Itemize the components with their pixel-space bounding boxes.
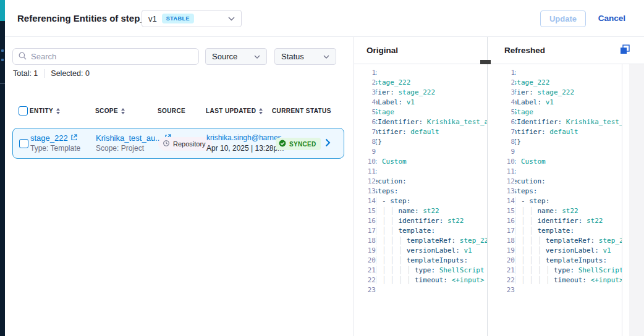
code-line: 6 projectIdentifier: Krishika_test_aut xyxy=(354,117,487,127)
code-line: 23 xyxy=(354,285,487,295)
version-selector[interactable]: v1 STABLE xyxy=(142,10,242,27)
code-line: 5 type: Stage xyxy=(354,107,487,117)
entity-cell: stage_222 Type: Template xyxy=(30,133,80,154)
code-line: 5 type: Stage xyxy=(488,107,622,117)
code-line: 19│ │ │ │ │ │ │ │ versionLabel: v1 xyxy=(488,246,622,256)
check-circle-icon xyxy=(279,140,286,148)
code-line: 13│ │ │ │ steps: xyxy=(354,187,487,196)
version-label: v1 xyxy=(148,14,157,23)
refreshed-panel: Refreshed 1template:2 name: stage_2223 i… xyxy=(488,37,644,336)
search-input[interactable] xyxy=(31,52,193,61)
code-line: 15│ │ │ │ │ │ │ name: st22 xyxy=(488,206,622,216)
chevron-down-icon xyxy=(323,55,329,59)
table-header: ENTITY SCOPE SOURCE LAST UPDATED CURRENT… xyxy=(5,105,354,120)
status-filter-dropdown[interactable]: Status xyxy=(274,48,336,65)
table-row[interactable]: stage_222 Type: Template Krishika_test_a… xyxy=(12,128,344,159)
referencing-entities-modal: Referencing Entities of step_222 v1 STAB… xyxy=(0,0,644,336)
status-badge: SYNCED xyxy=(276,138,321,150)
code-line: 10│ │ type: Custom xyxy=(488,157,622,167)
row-checkbox[interactable] xyxy=(19,139,28,148)
code-line: 14│ │ │ │ │ - step: xyxy=(354,196,487,206)
editor-scroll-gutter[interactable] xyxy=(629,64,644,336)
referencing-entities-list-pane: Source Status Total: 1 Selected: 0 xyxy=(5,37,354,336)
code-line: 9 spec: xyxy=(488,147,622,157)
yaml-diff-pane: Original 1template:2 name: stage_2223 id… xyxy=(354,37,644,336)
code-line: 17│ │ │ │ │ │ │ template: xyxy=(488,226,622,236)
select-all-checkbox[interactable] xyxy=(19,106,28,116)
code-line: 20│ │ │ │ │ │ │ │ templateInputs: xyxy=(488,256,622,266)
code-line: 14│ │ │ │ │ - step: xyxy=(488,196,622,206)
code-line: 4 versionLabel: v1 xyxy=(354,98,487,107)
code-line: 11│ │ spec: xyxy=(488,167,622,177)
sort-icon[interactable] xyxy=(259,108,263,114)
code-line: 2 name: stage_222 xyxy=(354,78,487,88)
code-line: 12│ │ │ execution: xyxy=(354,177,487,187)
result-counts: Total: 1 Selected: 0 xyxy=(13,69,90,78)
code-line: 9 spec: xyxy=(354,147,487,157)
code-line: 11│ │ spec: xyxy=(354,167,487,177)
sort-icon[interactable] xyxy=(56,108,60,114)
code-line: 23 xyxy=(488,285,622,295)
repository-icon xyxy=(163,140,170,148)
code-line: 21│ │ │ │ │ │ │ │ │ type: ShellScript xyxy=(354,266,487,275)
refreshed-panel-header: Refreshed xyxy=(488,37,644,64)
chevron-down-icon xyxy=(254,55,260,59)
code-line: 10│ │ type: Custom xyxy=(354,157,487,167)
sort-icon[interactable] xyxy=(121,108,125,114)
code-line: 20│ │ │ │ │ │ │ │ templateInputs: xyxy=(354,256,487,266)
copy-icon[interactable] xyxy=(619,44,630,55)
refreshed-code-editor[interactable]: 1template:2 name: stage_2223 identifier:… xyxy=(488,64,622,336)
search-icon xyxy=(19,51,27,62)
code-line: 3 identifier: stage_222 xyxy=(488,88,622,98)
source-badge: Repository xyxy=(158,137,212,151)
divider xyxy=(44,69,44,78)
code-line: 7 orgIdentifier: default xyxy=(488,127,622,137)
original-panel-header: Original xyxy=(354,37,487,64)
code-line: 16│ │ │ │ │ │ │ identifier: st22 xyxy=(488,216,622,226)
status-filter-label: Status xyxy=(281,52,304,61)
column-header-last-updated[interactable]: LAST UPDATED xyxy=(206,107,263,114)
refreshed-title: Refreshed xyxy=(504,46,545,55)
source-filter-dropdown[interactable]: Source xyxy=(205,48,267,65)
stable-badge: STABLE xyxy=(162,14,194,23)
code-line: 6 projectIdentifier: Krishika_test_aut xyxy=(488,117,622,127)
original-code-editor[interactable]: 1template:2 name: stage_2223 identifier:… xyxy=(354,64,487,336)
column-header-entity[interactable]: ENTITY xyxy=(30,107,60,114)
original-panel: Original 1template:2 name: stage_2223 id… xyxy=(354,37,488,336)
chevron-down-icon xyxy=(228,17,235,21)
scrollbar-thumb[interactable] xyxy=(480,60,491,64)
cancel-button[interactable]: Cancel xyxy=(598,14,625,23)
selected-count: Selected: 0 xyxy=(51,69,90,78)
app-nav-sliver xyxy=(0,0,5,336)
nav-glyph xyxy=(1,59,4,61)
code-line: 1template: xyxy=(354,68,487,78)
code-line: 12│ │ │ execution: xyxy=(488,177,622,187)
code-line: 3 identifier: stage_222 xyxy=(354,88,487,98)
code-line: 16│ │ │ │ │ │ │ identifier: st22 xyxy=(354,216,487,226)
nav-teal-accent xyxy=(0,0,5,21)
code-line: 18│ │ │ │ │ │ │ │ templateRef: step_222 xyxy=(488,236,622,246)
update-button[interactable]: Update xyxy=(540,10,586,27)
code-line: 4 versionLabel: v1 xyxy=(488,98,622,107)
code-line: 22│ │ │ │ │ │ │ │ │ timeout: <+input> xyxy=(488,275,622,285)
nav-divider xyxy=(0,83,5,84)
code-line: 1template: xyxy=(488,68,622,78)
code-line: 19│ │ │ │ │ │ │ │ versionLabel: v1 xyxy=(354,246,487,256)
code-line: 22│ │ │ │ │ │ │ │ │ timeout: <+input> xyxy=(354,275,487,285)
entity-type: Type: Template xyxy=(30,143,80,154)
chevron-right-icon[interactable] xyxy=(325,138,331,149)
code-line: 17│ │ │ │ │ │ │ template: xyxy=(354,226,487,236)
page-title: Referencing Entities of step_222 xyxy=(17,13,161,23)
code-line: 15│ │ │ │ │ │ │ name: st22 xyxy=(354,206,487,216)
code-line: 8 tags: {} xyxy=(488,137,622,147)
modal-surface: Referencing Entities of step_222 v1 STAB… xyxy=(5,0,644,336)
code-line: 13│ │ │ │ steps: xyxy=(488,187,622,196)
entity-link[interactable]: stage_222 xyxy=(30,133,80,143)
original-title: Original xyxy=(366,46,398,55)
column-header-current-status: CURRENT STATUS xyxy=(272,107,331,114)
column-header-source: SOURCE xyxy=(158,107,185,114)
code-line: 21│ │ │ │ │ │ │ │ │ type: ShellScript xyxy=(488,266,622,275)
code-line: 8 tags: {} xyxy=(354,137,487,147)
search-box[interactable] xyxy=(12,48,199,65)
column-header-scope[interactable]: SCOPE xyxy=(95,107,125,114)
